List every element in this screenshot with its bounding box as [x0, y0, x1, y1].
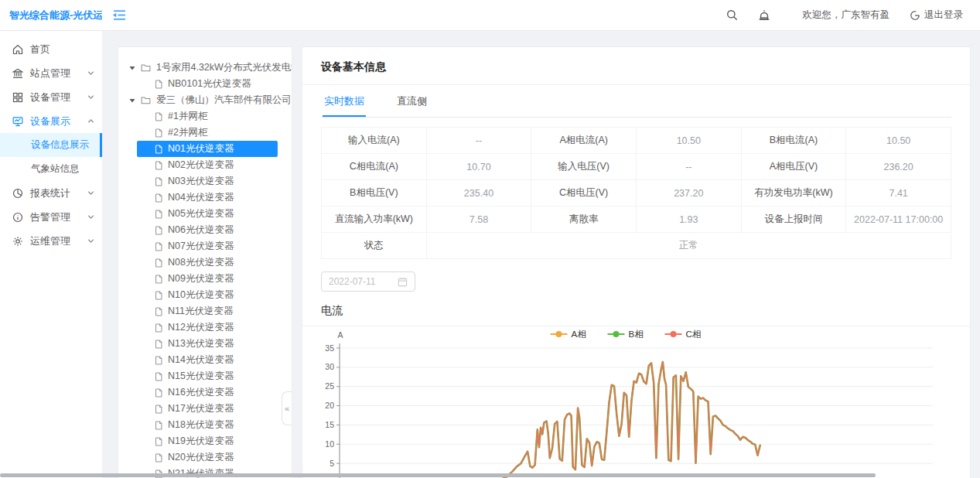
search-icon[interactable]	[726, 9, 738, 21]
sidebar-item-home[interactable]: 首页	[0, 37, 102, 61]
tree-node[interactable]: N07光伏逆变器	[118, 238, 292, 254]
menu-fold-icon[interactable]	[113, 9, 126, 22]
header-actions: 欢迎您，广东智有盈 退出登录	[726, 9, 980, 22]
tree-collapse-handle[interactable]: «	[282, 391, 292, 425]
tree-node[interactable]: N09光伏逆变器	[118, 271, 292, 287]
field-label: B相电流(A)	[741, 128, 846, 154]
field-label: A相电流(A)	[531, 128, 637, 154]
tree-node-label: N14光伏逆变器	[168, 353, 234, 367]
tree-node-label: #2并网柜	[168, 126, 207, 139]
tree-node-selected[interactable]: N01光伏逆变器	[118, 141, 292, 157]
tab-dc-side[interactable]: 直流侧	[395, 85, 429, 117]
tree-expand-caret-icon[interactable]	[129, 63, 135, 73]
sidebar-item-label: 首页	[30, 43, 50, 56]
file-icon	[154, 372, 163, 381]
file-icon	[154, 388, 163, 398]
tree-node-label: N07光伏逆变器	[168, 240, 234, 253]
sidebar-item-weather-station-info[interactable]: 气象站信息	[0, 157, 102, 181]
legend-item-B相[interactable]: B相	[608, 329, 644, 339]
cluster-icon	[12, 92, 23, 103]
field-label: B相电压(V)	[322, 180, 427, 207]
sidebar-item-device-mgmt[interactable]: 设备管理	[0, 85, 102, 109]
file-icon	[154, 193, 163, 203]
file-icon	[154, 242, 163, 251]
tree-node[interactable]: N12光伏逆变器	[118, 319, 292, 336]
device-info-panel: 设备基本信息 实时数据 直流侧 输入电流(A)--A相电流(A)10.50B相电…	[302, 46, 971, 478]
svg-text:30: 30	[325, 362, 334, 371]
field-label: 输入电压(V)	[531, 154, 637, 180]
file-icon	[154, 258, 163, 268]
sidebar-item-ops-mgmt[interactable]: 运维管理	[0, 229, 102, 253]
file-icon	[154, 291, 163, 300]
tree-node[interactable]: NB0101光伏逆变器	[118, 76, 292, 92]
sidebar-item-label: 设备展示	[30, 114, 70, 128]
date-picker[interactable]: 2022-07-11	[321, 271, 415, 292]
tree-node[interactable]: N05光伏逆变器	[118, 206, 292, 222]
chart-section-title: 电流	[321, 304, 951, 318]
tree-node[interactable]: N14光伏逆变器	[118, 352, 292, 368]
sidebar-subitem-label: 设备信息展示	[31, 138, 89, 152]
chevron-down-icon	[87, 237, 94, 244]
field-value: --	[636, 154, 741, 180]
tree-node[interactable]: N16光伏逆变器	[118, 384, 292, 401]
tree-node-label: N01光伏逆变器	[168, 142, 234, 155]
top-header: 智光综合能源-光伏运营 欢迎您，广东智有盈 退出登录	[0, 0, 980, 31]
sidebar-item-alarm-mgmt[interactable]: 告警管理	[0, 205, 102, 229]
tree-node[interactable]: N06光伏逆变器	[118, 222, 292, 238]
tree-node[interactable]: 1号家用4.32kW分布式光伏发电站	[118, 60, 292, 76]
sidebar-item-report-stats[interactable]: 报表统计	[0, 181, 102, 205]
field-label: 离散率	[531, 207, 637, 233]
svg-text:10: 10	[325, 439, 334, 449]
tree-node[interactable]: N20光伏逆变器	[118, 449, 292, 466]
field-value: 2022-07-11 17:00:00	[846, 207, 951, 233]
sidebar-item-device-info-display[interactable]: 设备信息展示	[0, 133, 102, 157]
tree-node-label: NB0101光伏逆变器	[168, 77, 251, 90]
sidebar-item-label: 站点管理	[30, 67, 70, 80]
tree-node-label: N13光伏逆变器	[168, 337, 234, 350]
device-info-table: 输入电流(A)--A相电流(A)10.50B相电流(A)10.50C相电流(A)…	[321, 127, 951, 259]
device-tree: 1号家用4.32kW分布式光伏发电站NB0101光伏逆变器爱三（佛山）汽车部件有…	[118, 60, 292, 478]
chevron-down-icon	[87, 70, 94, 77]
gear-icon	[12, 236, 23, 247]
tree-node-label: N03光伏逆变器	[168, 175, 234, 188]
tree-node[interactable]: #2并网柜	[118, 125, 292, 141]
file-icon	[154, 128, 163, 138]
tab-realtime-data[interactable]: 实时数据	[323, 85, 366, 117]
tree-node-label: N08光伏逆变器	[168, 256, 234, 269]
tree-expand-caret-icon[interactable]	[129, 95, 135, 106]
tree-node[interactable]: N03光伏逆变器	[118, 173, 292, 189]
logout-button[interactable]: 退出登录	[910, 9, 963, 22]
legend-item-A相[interactable]: A相	[551, 329, 586, 339]
sidebar-item-site-mgmt[interactable]: 站点管理	[0, 61, 102, 85]
alarm-icon[interactable]	[758, 9, 770, 22]
table-row: B相电压(V)235.40C相电压(V)237.20有功发电功率(kW)7.41	[322, 180, 951, 207]
sidebar-item-device-display[interactable]: 设备展示	[0, 109, 102, 133]
field-value: 10.70	[426, 154, 531, 180]
tree-node-label: N17光伏逆变器	[168, 402, 234, 415]
file-icon	[154, 112, 163, 121]
svg-text:5: 5	[330, 459, 334, 468]
file-icon	[154, 405, 163, 414]
sidebar-nav: 首页站点管理设备管理设备展示设备信息展示气象站信息报表统计告警管理运维管理	[0, 31, 102, 478]
tree-node[interactable]: 爱三（佛山）汽车部件有限公司光伏发	[118, 92, 292, 108]
table-row: 输入电流(A)--A相电流(A)10.50B相电流(A)10.50	[322, 128, 951, 154]
tree-node[interactable]: N02光伏逆变器	[118, 157, 292, 173]
file-icon	[154, 323, 163, 333]
tree-node[interactable]: N18光伏逆变器	[118, 417, 292, 433]
tree-node[interactable]: #1并网柜	[118, 108, 292, 125]
tree-node[interactable]: N10光伏逆变器	[118, 287, 292, 303]
tree-node[interactable]: N04光伏逆变器	[118, 189, 292, 206]
tree-node[interactable]: N15光伏逆变器	[118, 368, 292, 384]
svg-text:B相: B相	[629, 329, 644, 339]
tree-node[interactable]: N11光伏逆变器	[118, 303, 292, 319]
tree-node[interactable]: N08光伏逆变器	[118, 254, 292, 271]
file-icon	[154, 437, 163, 446]
horizontal-scrollbar-thumb[interactable]	[0, 473, 876, 477]
tree-node[interactable]: N17光伏逆变器	[118, 401, 292, 417]
app-window: 智光综合能源-光伏运营 欢迎您，广东智有盈 退出登录 首页站点管理设备管理设备展…	[0, 0, 980, 478]
tree-node[interactable]: N19光伏逆变器	[118, 433, 292, 449]
tree-node[interactable]: N13光伏逆变器	[118, 336, 292, 352]
file-icon	[154, 275, 163, 284]
legend-item-C相[interactable]: C相	[665, 329, 702, 339]
tree-node-label: N19光伏逆变器	[168, 435, 234, 448]
